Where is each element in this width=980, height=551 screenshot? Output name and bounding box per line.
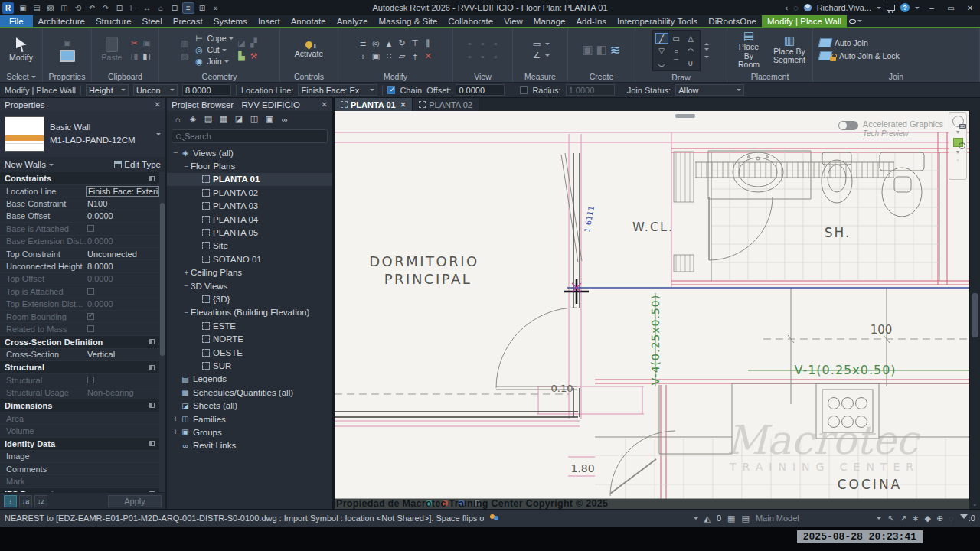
view-icon-2[interactable]: ▫ bbox=[477, 38, 488, 49]
property-value[interactable]: Non-bearing bbox=[86, 388, 159, 397]
tree-item-3d[interactable]: {3D} bbox=[167, 292, 332, 305]
join-geometry-button[interactable]: ◉Join bbox=[193, 56, 233, 67]
unconnected-height-input[interactable] bbox=[182, 84, 231, 96]
select-pinned-icon[interactable]: ∗ bbox=[912, 514, 919, 523]
expander-icon[interactable]: + bbox=[172, 415, 180, 423]
ribbon-tab-insert[interactable]: Insert bbox=[253, 15, 286, 27]
tree-item-planta-05[interactable]: PLANTA 05 bbox=[167, 226, 332, 239]
sheets-icon[interactable]: ◪ bbox=[233, 113, 245, 125]
gallery-up-icon[interactable] bbox=[704, 41, 709, 45]
tree-item-planta-01[interactable]: PLANTA 01 bbox=[167, 173, 332, 186]
associate-parameter-icon[interactable]: ⁝ bbox=[4, 495, 17, 507]
prev-arrow-icon[interactable]: ‹ bbox=[785, 3, 788, 12]
properties-scrollbar[interactable] bbox=[159, 172, 165, 492]
property-row-top-constraint[interactable]: Top ConstraintUnconnected bbox=[0, 248, 159, 260]
select-panel-label[interactable]: Select bbox=[0, 71, 42, 82]
tree-item-revit-links[interactable]: ∞Revit Links bbox=[167, 439, 332, 452]
expander-icon[interactable]: + bbox=[172, 428, 180, 436]
demolish-icon[interactable]: ▙ bbox=[236, 51, 247, 62]
top-level-dropdown[interactable]: Uncon bbox=[133, 84, 178, 96]
radius-checkbox[interactable] bbox=[520, 86, 528, 94]
signed-in-user[interactable]: Richard.Viva... bbox=[817, 3, 871, 12]
view-tab-planta-02[interactable]: PLANTA 02 bbox=[413, 98, 479, 111]
view-icon-6[interactable]: ▫ bbox=[490, 51, 501, 62]
chevron-down-icon[interactable] bbox=[49, 164, 54, 168]
location-line-dropdown[interactable]: Finish Face: Ex bbox=[298, 84, 377, 96]
property-row-base-constraint[interactable]: Base ConstraintN100 bbox=[0, 197, 159, 210]
create-similar-icon[interactable]: ≋ bbox=[609, 44, 621, 55]
ribbon-tab-systems[interactable]: Systems bbox=[208, 15, 253, 27]
arc-center-ends-icon[interactable]: ◡ bbox=[655, 57, 668, 68]
tree-item-3d-views[interactable]: −3D Views bbox=[167, 279, 332, 292]
chevron-down-icon[interactable] bbox=[877, 517, 881, 522]
ribbon-tab-annotate[interactable]: Annotate bbox=[286, 15, 332, 27]
cut-geometry-button[interactable]: ◎Cut bbox=[193, 44, 233, 55]
scale-icon[interactable]: ▱ bbox=[397, 51, 408, 62]
edit-type-button[interactable]: Edit Type bbox=[114, 160, 161, 169]
geometry-panel-label[interactable]: Geometry bbox=[159, 71, 279, 82]
property-row-top-extension-dist[interactable]: Top Extension Dist...0.0000 bbox=[0, 298, 159, 311]
arc-tangent-icon[interactable]: ⌒ bbox=[670, 57, 683, 68]
nav-collapse-icon[interactable]: ▾ bbox=[956, 129, 959, 135]
tree-item-sheets-all[interactable]: ◪Sheets (all) bbox=[167, 399, 332, 412]
help-caret-icon[interactable] bbox=[915, 7, 920, 11]
chain-checkbox[interactable] bbox=[387, 86, 395, 94]
property-value[interactable]: 0.0000 bbox=[86, 211, 159, 220]
property-row-mark[interactable]: Mark bbox=[0, 475, 159, 487]
pin-icon[interactable] bbox=[149, 491, 155, 492]
tree-item-sotano-01[interactable]: SOTANO 01 bbox=[167, 253, 332, 266]
measure-panel-label[interactable]: Measure bbox=[513, 71, 567, 82]
legends-icon[interactable]: ▤ bbox=[202, 113, 214, 125]
join-panel-label[interactable]: Join bbox=[813, 71, 979, 82]
tree-item-schedules-quantities-all[interactable]: ▦Schedules/Quantities (all) bbox=[167, 386, 332, 399]
section-header-structural[interactable]: Structural bbox=[0, 361, 159, 374]
pin-icon[interactable] bbox=[149, 339, 155, 344]
select-underlay-icon[interactable]: ↗ bbox=[900, 514, 906, 523]
join-status-dropdown[interactable]: Allow bbox=[675, 84, 744, 96]
view-panel-label[interactable]: View bbox=[453, 71, 512, 82]
editable-only-icon[interactable]: ◭ bbox=[704, 514, 710, 523]
sort-descending-icon[interactable]: ↓z bbox=[34, 495, 47, 507]
tree-item-views-all[interactable]: −◈Views (all) bbox=[167, 146, 332, 159]
cope-button[interactable]: ⊢Cope bbox=[193, 33, 233, 44]
tree-item-ceiling-plans[interactable]: +Ceiling Plans bbox=[167, 266, 332, 279]
controls-panel-label[interactable]: Controls bbox=[280, 71, 338, 82]
move-icon[interactable]: + bbox=[358, 51, 369, 62]
property-row-structural[interactable]: Structural bbox=[0, 374, 159, 386]
draw-panel-label[interactable]: Draw bbox=[635, 73, 727, 82]
property-row-cross-section[interactable]: Cross-SectionVertical bbox=[0, 349, 159, 361]
pin-icon[interactable] bbox=[149, 365, 155, 370]
tree-item-legends[interactable]: ▤Legends bbox=[167, 373, 332, 386]
tree-item-planta-03[interactable]: PLANTA 03 bbox=[167, 200, 332, 213]
wall-joins-icon[interactable]: ◪ bbox=[236, 38, 247, 49]
rectangle-icon[interactable]: ▭ bbox=[670, 33, 683, 44]
property-value[interactable] bbox=[86, 288, 159, 295]
section-header-identity-data[interactable]: Identity Data bbox=[0, 438, 159, 451]
place-by-segment-button[interactable]: ▥ Place By Segment bbox=[769, 34, 809, 66]
worksets-icon[interactable]: ▦ bbox=[727, 514, 735, 523]
apply-button[interactable]: Apply bbox=[108, 495, 162, 507]
expander-icon[interactable]: − bbox=[182, 162, 191, 171]
type-selector[interactable]: Basic Wall M1-LAD-PAND-12CM bbox=[0, 111, 165, 157]
families-icon[interactable]: ◫ bbox=[248, 113, 260, 125]
expander-icon[interactable]: + bbox=[182, 269, 191, 277]
modify-place-wall-panel-toggle[interactable] bbox=[847, 15, 864, 27]
create-group-icon[interactable]: ▣ bbox=[582, 44, 593, 55]
property-value[interactable]: 8.0000 bbox=[86, 262, 159, 271]
auto-join-button[interactable]: Auto Join bbox=[819, 38, 868, 47]
split-icon[interactable]: ∥ bbox=[423, 38, 434, 49]
property-value[interactable] bbox=[86, 225, 159, 232]
properties-panel-label[interactable]: Properties bbox=[43, 71, 91, 82]
tree-item-norte[interactable]: NORTE bbox=[167, 332, 332, 345]
cut-icon[interactable]: ✂ bbox=[129, 38, 140, 49]
offset-icon[interactable]: ◎ bbox=[371, 38, 382, 49]
gallery-expand-icon[interactable] bbox=[704, 56, 709, 60]
property-value[interactable]: 0.0000 bbox=[86, 274, 159, 283]
checkbox-icon[interactable] bbox=[87, 313, 94, 320]
ribbon-tab-file[interactable]: File bbox=[0, 15, 33, 27]
section-header-dimensions[interactable]: Dimensions bbox=[0, 399, 159, 412]
new-icon[interactable]: ▤ bbox=[31, 2, 43, 14]
scrollbar-thumb[interactable] bbox=[675, 114, 695, 118]
property-value[interactable]: Unconnected bbox=[86, 249, 159, 259]
view-icon-3[interactable]: ▫ bbox=[490, 38, 501, 49]
